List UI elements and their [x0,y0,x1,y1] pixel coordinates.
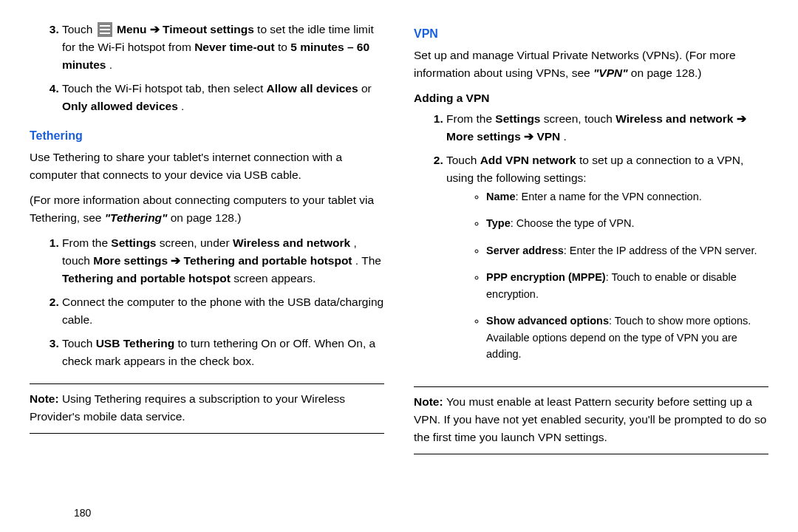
text: Tethering and portable hotspot [62,272,231,284]
vpn-intro: Set up and manage Virtual Private Networ… [414,47,768,82]
tethering-steps: From the Settings screen, under Wireless… [30,234,384,376]
tethering-intro: Use Tethering to share your tablet's int… [30,149,384,184]
text: Menu ➔ Timeout settings [117,23,254,35]
text: screen, touch [544,112,615,125]
divider [414,454,768,454]
note-label: Note: [414,395,446,408]
text: Wireless and network [233,236,350,249]
tethering-heading: Tethering [30,127,384,146]
page-number: 180 [74,507,91,519]
hotspot-steps-cont: Touch Menu ➔ Timeout settings to set the… [30,21,384,121]
label: Name [486,191,516,202]
text: Touch [446,154,480,166]
tethering-step-3: Touch USB Tethering to turn tethering On… [62,335,384,376]
step-3: Touch Menu ➔ Timeout settings to set the… [62,21,384,80]
text: screen appears. [233,272,316,284]
text: Only allowed devices [62,100,178,112]
desc: : Enter the IP address of the VPN server… [564,245,757,256]
label: Show advanced options [486,315,609,327]
left-column: Touch Menu ➔ Timeout settings to set the… [30,21,399,517]
label: PPP encryption (MPPE) [486,271,606,283]
vpn-note: Note: You must enable at least Pattern s… [414,393,768,446]
vpn-step-2: Touch Add VPN network to set up a connec… [446,151,768,379]
note-text: You must enable at least Pattern securit… [414,395,766,443]
tethering-crossref: (For more information about connecting c… [30,191,384,227]
text: Settings [111,236,156,249]
xref: "Tethering" [105,211,168,224]
vpn-step-1: From the Settings screen, touch Wireless… [446,110,768,151]
text: or [361,82,372,95]
note-text: Using Tethering requires a subscription … [30,392,345,423]
text: Touch [62,337,96,349]
tethering-step-1: From the Settings screen, under Wireless… [62,234,384,293]
list-item: Type: Choose the type of VPN. [486,215,768,237]
text: . [564,130,567,143]
text: . [181,100,184,112]
right-column: VPN Set up and manage Virtual Private Ne… [399,21,768,517]
list-item: PPP encryption (MPPE): Touch to enable o… [486,269,768,308]
text: Allow all devices [267,82,358,95]
list-item: Name: Enter a name for the VPN connectio… [486,188,768,211]
desc: : Enter a name for the VPN connection. [516,191,702,202]
menu-icon [98,22,112,37]
text: screen, under [160,236,233,249]
text: USB Tethering [96,337,175,349]
text: Touch the Wi-Fi hotspot tab, then select [62,82,267,95]
text: Settings [495,112,540,125]
text: From the [62,236,111,249]
text: More settings ➔ Tethering and portable h… [93,254,352,267]
text: on page 128.) [171,211,242,224]
vpn-settings-list: Name: Enter a name for the VPN connectio… [446,188,768,369]
manual-page: Touch Menu ➔ Timeout settings to set the… [0,0,798,532]
step-4: Touch the Wi-Fi hotspot tab, then select… [62,80,384,121]
adding-vpn-heading: Adding a VPN [414,89,768,107]
list-item: Show advanced options: Touch to show mor… [486,313,768,368]
text: . [109,58,112,71]
label: Type [486,217,511,229]
text: on page 128.) [631,66,702,79]
text: Never time-out [194,41,275,53]
desc: : Choose the type of VPN. [511,217,635,229]
list-item: Server address: Enter the IP address of … [486,242,768,265]
text: Add VPN network [480,154,576,166]
label: Server address [486,245,564,256]
text: From the [446,112,495,125]
divider [30,433,384,434]
text: to [278,41,290,53]
vpn-heading: VPN [414,25,768,44]
note-label: Note: [30,392,62,405]
vpn-steps: From the Settings screen, touch Wireless… [414,110,768,379]
tethering-note: Note: Using Tethering requires a subscri… [30,390,384,426]
divider [414,386,768,387]
xref: "VPN" [593,66,628,79]
text: . The [355,254,381,267]
divider [30,383,384,384]
text: Touch [62,23,96,35]
tethering-step-2: Connect the computer to the phone with t… [62,293,384,335]
